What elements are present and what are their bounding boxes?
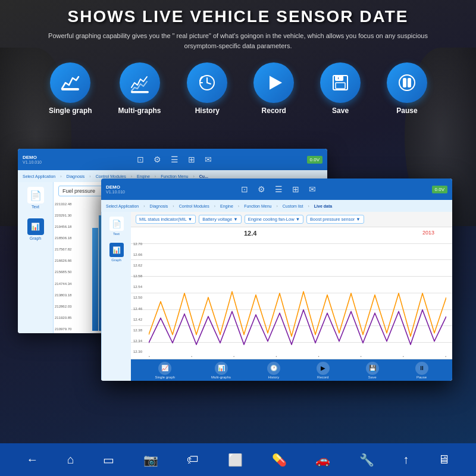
- front-bottom-record[interactable]: ▶ Record: [317, 362, 330, 379]
- front-bottom-history-icon: 🕐: [267, 362, 280, 375]
- cooling-dropdown[interactable]: Engine cooling fan-Low ▼: [245, 215, 303, 224]
- svg-rect-6: [336, 83, 345, 89]
- svg-point-8: [399, 75, 415, 90]
- history-icon: [196, 72, 218, 93]
- single-graph-icon: [60, 72, 81, 93]
- toolbar-monitor-icon[interactable]: 🖥: [438, 453, 450, 466]
- single-graph-label: Single graph: [49, 107, 92, 115]
- screen-front-sidebar: 📄 Text 📊 Graph: [101, 212, 131, 381]
- mil-dropdown[interactable]: MIL status indicator(MIL ▼: [136, 215, 196, 224]
- toolbar-camera-icon[interactable]: 📷: [143, 453, 158, 467]
- screen-front-main: MIL status indicator(MIL ▼ Battery volta…: [131, 212, 452, 381]
- toolbar-tag-icon[interactable]: 🏷: [187, 453, 199, 466]
- screen-front: DEMO V1.10.010 ⊡ ⚙ ☰ ⊞ ✉ 0.0V Select App…: [101, 178, 452, 381]
- record-icon-circle: [253, 62, 294, 103]
- front-text-icon: 📄: [109, 217, 124, 231]
- icon-item-save[interactable]: Save: [320, 62, 361, 115]
- page-subtitle: Powerful graphing capability gives you t…: [48, 31, 428, 51]
- front-bottom-multi-graphs[interactable]: 📊 Multi-graphs: [211, 362, 231, 379]
- sidebar-text[interactable]: 📄 Text: [27, 187, 44, 209]
- toolbar-car-icon[interactable]: 🚗: [315, 453, 330, 467]
- toolbar-back-icon[interactable]: ←: [26, 453, 38, 466]
- front-bottom-pause-icon: ⏸: [415, 362, 428, 375]
- svg-rect-0: [62, 89, 79, 90]
- front-bottom-save[interactable]: 💾 Save: [366, 362, 379, 379]
- screen-back-sidebar: 📄 Text 📊 Graph: [18, 182, 54, 333]
- svg-rect-9: [403, 79, 406, 87]
- toolbar-home-icon[interactable]: ⌂: [67, 453, 74, 466]
- screen-back-demo: DEMO V1.10.010: [23, 155, 42, 164]
- icon-item-pause[interactable]: Pause: [387, 62, 427, 115]
- front-sidebar-graph[interactable]: 📊 Graph: [109, 243, 124, 262]
- front-nav-icon-2[interactable]: ⚙: [258, 184, 265, 194]
- front-graph-icon: 📊: [109, 243, 124, 257]
- graph-icon: 📊: [27, 218, 44, 235]
- toolbar-upload-icon[interactable]: ↑: [403, 453, 409, 466]
- multi-graphs-icon: [129, 72, 151, 93]
- screen-front-battery: 0.0V: [432, 186, 447, 193]
- text-icon: 📄: [27, 187, 44, 203]
- nav-icon-4[interactable]: ⊞: [188, 155, 195, 164]
- toolbar-wrench-icon[interactable]: 🔧: [359, 453, 374, 467]
- svg-rect-7: [337, 77, 339, 80]
- front-nav-icon-5[interactable]: ✉: [309, 184, 316, 194]
- screen-back-battery: 0.0V: [307, 156, 322, 164]
- save-icon-circle: [320, 62, 361, 103]
- svg-rect-1: [131, 92, 148, 93]
- icon-item-multi-graphs[interactable]: Multi-graphs: [118, 62, 161, 115]
- multi-graphs-icon-circle: [120, 62, 160, 103]
- battery-dropdown[interactable]: Battery voltage ▼: [199, 215, 241, 224]
- screen-front-header: DEMO V1.10.010 ⊡ ⚙ ☰ ⊞ ✉ 0.0V: [101, 178, 452, 200]
- front-sidebar-text[interactable]: 📄 Text: [109, 217, 124, 236]
- save-label: Save: [332, 107, 349, 115]
- pause-label: Pause: [396, 107, 417, 115]
- front-nav-icon-1[interactable]: ⊡: [241, 184, 248, 194]
- svg-marker-3: [270, 77, 281, 89]
- nav-icon-3[interactable]: ☰: [171, 155, 178, 164]
- chart-bar: [92, 228, 98, 331]
- nav-icon-2[interactable]: ⚙: [154, 155, 161, 164]
- sidebar-graph[interactable]: 📊 Graph: [27, 218, 44, 240]
- chart-secondary-value: 2013: [422, 230, 434, 236]
- screen-front-breadcrumb: Select Application › Diagnosis › Control…: [101, 200, 452, 212]
- front-bottom-save-icon: 💾: [366, 362, 379, 375]
- toolbar-pill-icon[interactable]: 💊: [272, 453, 287, 467]
- back-y-axis: 221332.48 220291.30 219456.18 218506.18 …: [55, 202, 71, 331]
- toolbar-window-icon[interactable]: ▭: [103, 453, 114, 467]
- save-icon: [330, 72, 351, 93]
- front-bottom-multi-icon: 📊: [215, 362, 228, 375]
- front-bottom-pause[interactable]: ⏸ Pause: [415, 362, 428, 379]
- front-bottom-single-graph-icon: 📈: [158, 362, 171, 375]
- front-bottom-history[interactable]: 🕐 History: [267, 362, 280, 379]
- front-bottom-single-graph[interactable]: 📈 Single graph: [155, 362, 175, 379]
- icon-item-single-graph[interactable]: Single graph: [49, 62, 92, 115]
- page-title: SHOWS LIVE VEHICLE SENSOR DATE: [0, 7, 476, 26]
- front-nav-icon-4[interactable]: ⊞: [292, 184, 299, 194]
- screens-area: DEMO V1.10.010 ⊡ ⚙ ☰ ⊞ ✉ 0.0V Select App…: [18, 149, 458, 440]
- pause-icon: [396, 72, 418, 93]
- icon-item-history[interactable]: History: [187, 62, 227, 115]
- x-axis-labels: • • • • • • • •: [149, 355, 446, 358]
- icon-item-record[interactable]: Record: [253, 62, 294, 115]
- front-bottom-record-icon: ▶: [317, 362, 330, 375]
- front-nav-icon-3[interactable]: ☰: [275, 184, 283, 194]
- front-dropdown-row: MIL status indicator(MIL ▼ Battery volta…: [131, 212, 452, 227]
- bottom-toolbar: ← ⌂ ▭ 📷 🏷 ⬜ 💊 🚗 🔧 ↑ 🖥: [0, 443, 476, 476]
- screen-back-nav: ⊡ ⚙ ☰ ⊞ ✉: [137, 155, 212, 164]
- front-chart-area: 12.4 2013 12.70 12.66 12.62 12.58 12.54 …: [131, 227, 452, 359]
- single-graph-icon-circle: [50, 62, 90, 103]
- history-icon-circle: [187, 62, 227, 103]
- screen-front-demo: DEMO V1.10.010: [106, 184, 125, 194]
- front-bottom-icons-bar: 📈 Single graph 📊 Multi-graphs 🕐 History: [131, 359, 452, 381]
- history-label: History: [195, 107, 220, 115]
- record-label: Record: [262, 107, 286, 115]
- nav-icon-1[interactable]: ⊡: [137, 155, 144, 164]
- toolbar-crop-icon[interactable]: ⬜: [228, 453, 243, 467]
- screen-front-nav: ⊡ ⚙ ☰ ⊞ ✉: [241, 184, 316, 194]
- record-icon: [263, 72, 284, 93]
- wave-chart: [149, 227, 446, 359]
- boost-dropdown[interactable]: Boost pressure sensor ▼: [306, 215, 364, 224]
- nav-icon-5[interactable]: ✉: [205, 155, 212, 164]
- multi-graphs-label: Multi-graphs: [118, 107, 161, 115]
- feature-icons-row: Single graph Multi-graphs: [36, 62, 440, 115]
